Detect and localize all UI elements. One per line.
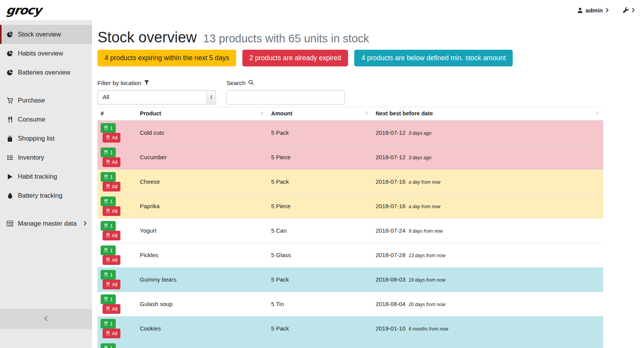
consume-one-button[interactable]: 1 <box>101 197 116 206</box>
amount-cell: 5 Can <box>268 218 372 243</box>
list-icon <box>6 155 14 161</box>
consume-all-button[interactable]: All <box>103 329 120 338</box>
best-before-relative: 3 days ago <box>409 155 432 160</box>
expired-products-badge[interactable]: 2 products are already expired <box>242 50 348 66</box>
sidebar-item-batteries-overview[interactable]: Batteries overview <box>0 63 92 82</box>
column-header-product-label: Product <box>140 110 161 117</box>
consume-all-button[interactable]: All <box>103 157 120 167</box>
consume-all-label: All <box>112 331 117 336</box>
sort-icon <box>595 110 600 117</box>
chevron-left-icon <box>44 316 48 322</box>
consume-one-button[interactable]: 1 <box>101 148 116 157</box>
utensils-icon <box>104 125 108 130</box>
consume-all-button[interactable]: All <box>103 206 120 216</box>
sidebar-item-habit-tracking[interactable]: Habit tracking <box>0 167 92 186</box>
best-before-date: 2019-01-10 <box>376 325 406 332</box>
consume-one-button[interactable]: 1 <box>101 245 116 255</box>
sidebar-group-actions: Purchase Consume Shopping list Inventory… <box>0 91 92 205</box>
product-name: Pickles <box>140 252 158 258</box>
below-min-stock-badge[interactable]: 4 products are below defined min. stock … <box>354 50 513 66</box>
sidebar-item-habits-overview[interactable]: Habits overview <box>0 44 92 63</box>
utensils-icon <box>104 174 108 179</box>
consume-one-button[interactable]: 1 <box>101 270 116 280</box>
best-before-cell: 2018-07-24 9 days from now <box>372 218 603 243</box>
search-input[interactable] <box>226 90 345 104</box>
best-before-cell: 2019-01-10 6 months from now <box>372 341 603 348</box>
sidebar-item-inventory[interactable]: Inventory <box>0 148 92 167</box>
best-before-cell: 2018-07-12 3 days ago <box>372 145 603 169</box>
sidebar-item-consume[interactable]: Consume <box>0 110 92 129</box>
amount-value: 5 Tin <box>271 301 284 307</box>
sidebar-item-stock-overview[interactable]: Stock overview <box>0 25 92 44</box>
best-before-cell: 2018-07-16 a day from now <box>372 169 603 194</box>
utensils-icon <box>104 297 108 301</box>
actions-cell: 1 All <box>97 341 137 348</box>
utensils-icon <box>106 282 110 287</box>
table-row: 1 All Paprika 5 Piece 2018-07-16 a day f… <box>97 194 603 218</box>
table-row: 1 All Chocolate 5 Pack 2019-01-10 6 mont… <box>97 341 603 348</box>
consume-one-button[interactable]: 1 <box>101 319 116 329</box>
consume-all-button[interactable]: All <box>103 133 120 143</box>
product-name: Cucumber <box>140 154 167 160</box>
location-select[interactable]: All <box>97 90 216 104</box>
column-header-best-before[interactable]: Next best before date <box>372 107 603 120</box>
amount-cell: 5 Pack <box>268 267 372 292</box>
app-logo[interactable]: grocy <box>5 3 42 17</box>
amount-value: 5 Pack <box>271 276 289 283</box>
amount-value: 5 Can <box>271 227 287 234</box>
best-before-relative: a day from now <box>409 179 440 185</box>
product-name: Yogurt <box>140 227 157 234</box>
utensils-icon <box>106 258 110 262</box>
best-before-relative: 3 days ago <box>409 130 432 136</box>
utensils-icon <box>106 135 110 140</box>
expiring-products-badge[interactable]: 4 products expiring within the next 5 da… <box>97 50 236 66</box>
utensils-icon <box>104 248 108 252</box>
sidebar-item-label: Purchase <box>18 97 45 104</box>
utensils-icon <box>104 272 108 277</box>
sidebar-item-purchase[interactable]: Purchase <box>0 91 92 110</box>
wrench-icon <box>623 7 629 13</box>
best-before-relative: 9 days from now <box>409 228 443 234</box>
actions-cell: 1 All <box>97 120 137 145</box>
consume-one-label: 1 <box>110 296 113 302</box>
stock-table-body: 1 All Cold cuts 5 Pack 2018-07-12 3 days… <box>97 120 603 348</box>
product-cell: Yogurt <box>137 218 268 243</box>
amount-cell: 5 Pack <box>268 316 372 341</box>
sidebar-item-battery-tracking[interactable]: Battery tracking <box>0 186 92 205</box>
product-name: Gulash soup <box>140 301 172 307</box>
location-filter-block: Filter by location All <box>97 80 216 104</box>
amount-value: 5 Pack <box>271 178 289 185</box>
amount-cell: 5 Pack <box>268 341 372 348</box>
sidebar-collapse-button[interactable] <box>0 309 92 329</box>
sidebar-item-label: Manage master data <box>18 220 77 227</box>
table-header-row: # Product Amount Next best be <box>97 107 603 120</box>
sidebar-item-manage-master-data[interactable]: Manage master data <box>0 214 92 233</box>
consume-one-button[interactable]: 1 <box>101 294 116 304</box>
sidebar-item-shopping-list[interactable]: Shopping list <box>0 129 92 148</box>
user-menu[interactable]: admin <box>577 7 609 14</box>
chevron-right-icon <box>632 8 635 12</box>
utensils-icon <box>106 184 110 189</box>
consume-one-button[interactable]: 1 <box>101 343 116 348</box>
consume-all-button[interactable]: All <box>103 255 120 265</box>
consume-all-label: All <box>112 306 117 312</box>
sidebar-item-label: Batteries overview <box>18 69 70 76</box>
consume-all-button[interactable]: All <box>103 304 120 314</box>
product-name: Cookies <box>140 325 161 332</box>
table-row: 1 All Pickles 5 Glass 2018-07-28 13 days… <box>97 243 603 267</box>
consume-one-button[interactable]: 1 <box>101 123 116 133</box>
sidebar: Stock overview Habits overview Batteries… <box>0 20 92 348</box>
utensils-icon <box>104 150 108 155</box>
consume-all-button[interactable]: All <box>103 280 120 289</box>
settings-menu[interactable] <box>623 7 635 13</box>
consume-one-label: 1 <box>110 321 113 327</box>
column-header-num: # <box>97 107 137 120</box>
consume-one-label: 1 <box>110 345 113 348</box>
column-header-product[interactable]: Product <box>137 107 268 120</box>
consume-one-button[interactable]: 1 <box>101 221 116 231</box>
consume-all-button[interactable]: All <box>103 182 120 191</box>
consume-one-button[interactable]: 1 <box>101 172 116 182</box>
consume-all-button[interactable]: All <box>103 231 120 240</box>
column-header-amount[interactable]: Amount <box>268 107 372 120</box>
sidebar-item-label: Shopping list <box>18 135 54 142</box>
